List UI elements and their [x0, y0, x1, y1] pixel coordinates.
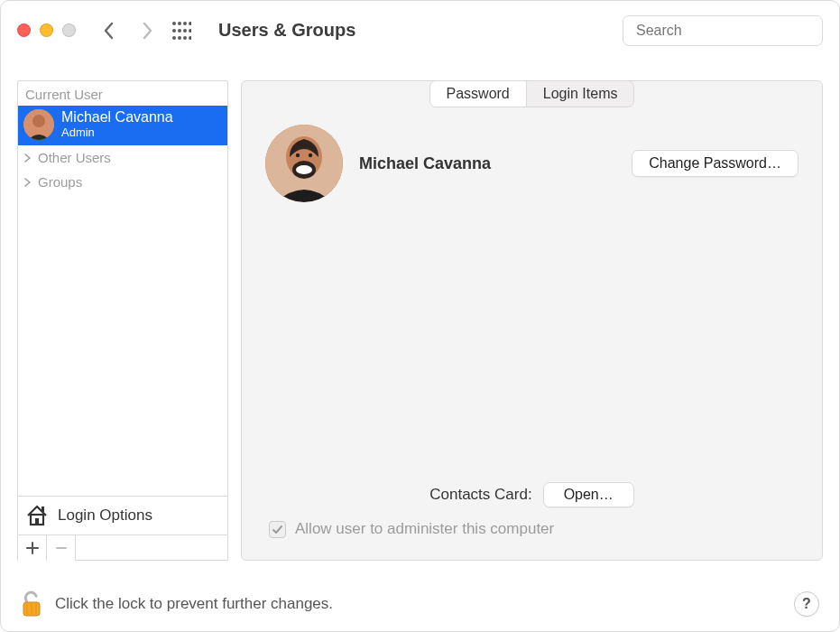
forward-button[interactable]: [139, 23, 155, 39]
svg-point-4: [172, 29, 176, 33]
sidebar-item-label: Other Users: [38, 150, 111, 165]
plus-icon: [26, 542, 39, 554]
house-icon: [25, 504, 49, 527]
avatar-photo-icon: [265, 125, 343, 202]
search-input[interactable]: [636, 23, 817, 39]
show-all-button[interactable]: [171, 21, 191, 41]
svg-point-1: [178, 22, 181, 25]
sidebar-item-other-users[interactable]: Other Users: [18, 145, 227, 170]
administer-checkbox: [269, 521, 286, 538]
user-name: Michael Cavanna: [61, 109, 173, 125]
svg-point-7: [189, 29, 191, 33]
svg-point-11: [189, 36, 191, 40]
administer-checkbox-label: Allow user to administer this computer: [295, 520, 554, 538]
lock-hint-text: Click the lock to prevent further change…: [55, 595, 333, 613]
avatar-face-icon: [23, 109, 54, 140]
svg-point-15: [32, 115, 45, 127]
login-options-label: Login Options: [58, 507, 152, 525]
toolbar: Users & Groups: [1, 1, 839, 60]
sidebar-item-current-user[interactable]: Michael Cavanna Admin: [18, 106, 227, 145]
svg-point-24: [296, 153, 300, 157]
administer-checkbox-row: Allow user to administer this computer: [265, 520, 798, 538]
window-title: Users & Groups: [218, 20, 355, 41]
avatar: [23, 109, 54, 140]
spacer: [18, 194, 227, 496]
svg-point-5: [178, 29, 181, 33]
user-role: Admin: [61, 126, 173, 140]
zoom-window-button: [62, 23, 76, 37]
svg-rect-17: [35, 518, 39, 525]
tab-login-items[interactable]: Login Items: [526, 81, 634, 107]
window-controls: [17, 23, 76, 37]
lock-button[interactable]: [21, 590, 42, 618]
chevron-right-icon: [23, 178, 32, 187]
main-panel: Password Login Items: [241, 80, 823, 561]
user-text: Michael Cavanna Admin: [61, 109, 173, 139]
contacts-card-row: Contacts Card: Open…: [265, 482, 798, 507]
svg-point-3: [189, 22, 191, 25]
unlocked-padlock-icon: [21, 590, 42, 618]
contacts-card-label: Contacts Card:: [429, 486, 531, 504]
help-button[interactable]: ?: [794, 591, 819, 617]
user-header: Michael Cavanna Change Password…: [265, 125, 798, 202]
add-user-button[interactable]: [18, 535, 47, 561]
preferences-window: Users & Groups Current User: [0, 0, 840, 632]
sidebar-item-groups[interactable]: Groups: [18, 170, 227, 194]
chevron-left-icon: [103, 22, 115, 40]
svg-point-8: [172, 36, 176, 40]
minimize-window-button[interactable]: [40, 23, 53, 37]
user-list: Current User Michael Cavanna Admin: [17, 80, 228, 535]
checkmark-icon: [272, 524, 283, 535]
search-field[interactable]: [623, 15, 823, 46]
tab-password[interactable]: Password: [430, 81, 526, 107]
open-contacts-button[interactable]: Open…: [543, 482, 634, 507]
svg-point-6: [183, 29, 187, 33]
minus-icon: [55, 542, 68, 554]
change-password-button[interactable]: Change Password…: [632, 150, 798, 177]
tab-bar: Password Login Items: [429, 80, 635, 107]
svg-point-9: [178, 36, 181, 40]
svg-point-10: [183, 36, 187, 40]
sidebar-item-label: Groups: [38, 174, 82, 190]
close-window-button[interactable]: [17, 23, 31, 37]
back-button[interactable]: [101, 23, 117, 39]
chevron-right-icon: [141, 22, 153, 40]
user-display-name: Michael Cavanna: [359, 154, 491, 173]
svg-point-23: [296, 165, 312, 174]
login-options-button[interactable]: Login Options: [18, 496, 227, 534]
grid-icon: [171, 21, 191, 41]
svg-rect-18: [42, 507, 44, 512]
svg-point-2: [183, 22, 187, 25]
content-area: Current User Michael Cavanna Admin: [1, 60, 839, 577]
chevron-right-icon: [23, 153, 32, 163]
nav-arrows: [101, 23, 155, 39]
remove-user-button: [47, 535, 76, 561]
add-remove-bar: [17, 535, 228, 561]
svg-point-25: [309, 153, 312, 157]
current-user-header: Current User: [18, 81, 227, 106]
footer: Click the lock to prevent further change…: [1, 577, 839, 631]
sidebar: Current User Michael Cavanna Admin: [17, 80, 228, 561]
user-avatar[interactable]: [265, 125, 343, 202]
svg-point-0: [172, 22, 176, 25]
panel-bottom: Contacts Card: Open… Allow user to admin…: [265, 482, 798, 538]
